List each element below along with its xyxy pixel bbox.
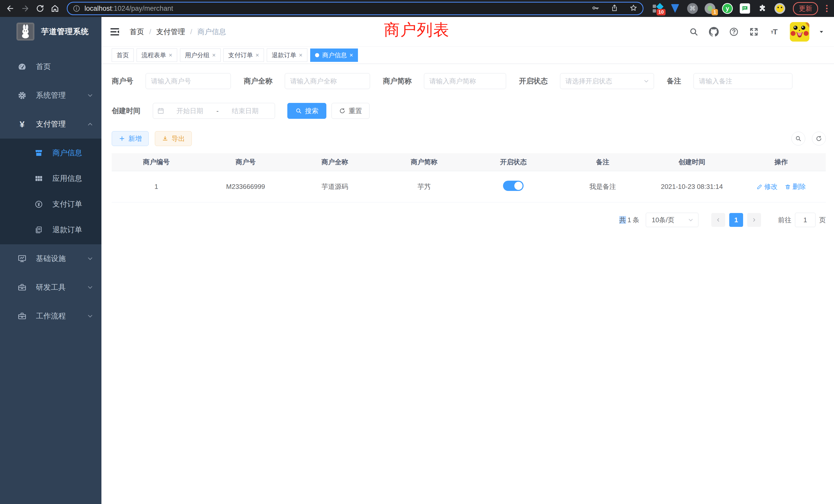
page-content: 商户号 商户全称 商户简称 开启状态 请选择开启状态 <box>102 64 834 227</box>
monitor-icon <box>17 254 27 264</box>
breadcrumb-home[interactable]: 首页 <box>130 27 144 37</box>
payment-submenu: 商户信息 应用信息 支付订单 <box>0 139 102 244</box>
start-date-placeholder[interactable]: 开始日期 <box>164 107 215 115</box>
browser-update-button[interactable]: 更新 <box>793 2 818 15</box>
tab-process-form[interactable]: 流程表单× <box>137 48 177 62</box>
sidebar-item-merchant-info[interactable]: 商户信息 <box>0 140 102 166</box>
goto-page-input[interactable] <box>795 213 815 227</box>
fullscreen-icon[interactable] <box>748 26 760 38</box>
chevron-up-icon <box>87 121 94 128</box>
ext-command-icon[interactable]: ⌘ <box>687 3 698 14</box>
home-icon[interactable] <box>49 3 61 14</box>
tab-pay-order[interactable]: 支付订单× <box>223 48 264 62</box>
prev-page-icon[interactable] <box>711 213 725 227</box>
cell-full-name: 芋道源码 <box>290 182 379 191</box>
reload-icon[interactable] <box>35 3 46 14</box>
ext-camera-icon[interactable]: 1 <box>704 3 716 14</box>
help-icon[interactable] <box>728 26 740 38</box>
tab-home[interactable]: 首页 <box>112 48 134 62</box>
sidebar-item-app-info[interactable]: 应用信息 <box>0 166 102 191</box>
page-number-1[interactable]: 1 <box>729 213 743 227</box>
sidebar-item-system[interactable]: 系统管理 <box>0 81 102 110</box>
sidebar-item-refund-order[interactable]: 退款订单 <box>0 217 102 243</box>
status-toggle[interactable] <box>503 181 524 191</box>
tab-close-icon[interactable]: × <box>256 52 259 58</box>
search-button[interactable]: 搜索 <box>287 103 326 119</box>
search-icon[interactable] <box>688 26 699 38</box>
ext-badge: 10 <box>657 9 665 16</box>
share-icon[interactable] <box>610 4 619 13</box>
tab-user-group[interactable]: 用户分组× <box>180 48 221 62</box>
pagination-total: 共1条 <box>619 215 640 225</box>
reset-button[interactable]: 重置 <box>331 103 370 119</box>
col-remark: 备注 <box>558 158 647 166</box>
pagination-goto: 前往 页 <box>778 213 826 227</box>
sidebar-item-infrastructure[interactable]: 基础设施 <box>0 244 102 273</box>
extensions-tray: 10 ⌘ 1 y <box>650 3 788 14</box>
export-button[interactable]: 导出 <box>155 131 192 146</box>
address-bar[interactable]: localhost:1024/pay/merchant <box>67 2 643 15</box>
edit-link[interactable]: 修改 <box>756 182 777 191</box>
top-navbar: 首页 / 支付管理 / 商户信息 <box>102 17 834 47</box>
site-info-icon[interactable] <box>73 5 80 12</box>
sidebar-item-payment[interactable]: ¥ 支付管理 <box>0 110 102 139</box>
merchant-no-input[interactable] <box>146 73 231 89</box>
select-caret-icon <box>643 78 650 85</box>
cell-short-name: 芋艿 <box>379 182 469 191</box>
table-row: 1 M233666999 芋道源码 芋艿 我是备注 2021-10-23 08:… <box>112 171 826 203</box>
cell-merchant-id: 1 <box>112 183 201 191</box>
remark-input[interactable] <box>694 73 792 89</box>
sidebar: 芋道管理系统 首页 系统管理 ¥ <box>0 17 102 504</box>
browser-menu-icon[interactable] <box>824 5 829 12</box>
short-name-input[interactable] <box>424 73 506 89</box>
ext-spinnaker-icon[interactable] <box>669 3 681 14</box>
table-header: 商户编号 商户号 商户全称 商户简称 开启状态 备注 创建时间 操作 <box>112 153 826 171</box>
add-button[interactable]: 新增 <box>112 131 149 146</box>
breadcrumb-payment[interactable]: 支付管理 <box>156 27 185 37</box>
tab-close-icon[interactable]: × <box>212 52 216 58</box>
short-name-label: 商户简称 <box>383 76 412 86</box>
tab-close-icon[interactable]: × <box>349 52 353 58</box>
bookmark-star-icon[interactable] <box>629 4 638 13</box>
back-icon[interactable] <box>5 3 16 14</box>
github-icon[interactable] <box>708 26 720 38</box>
next-page-icon[interactable] <box>747 213 761 227</box>
tab-close-icon[interactable]: × <box>299 52 303 58</box>
refund-doc-icon <box>35 226 43 234</box>
sidebar-item-dev-tools[interactable]: 研发工具 <box>0 273 102 302</box>
sidebar-item-pay-order[interactable]: 支付订单 <box>0 191 102 217</box>
chevron-down-icon <box>87 255 94 262</box>
cell-remark: 我是备注 <box>558 182 647 191</box>
briefcase-icon <box>17 311 27 321</box>
tab-close-icon[interactable]: × <box>169 52 172 58</box>
caret-down-icon[interactable] <box>818 28 825 35</box>
tab-merchant-info[interactable]: 商户信息× <box>310 48 358 62</box>
browser-profile-avatar[interactable] <box>774 3 786 14</box>
status-select[interactable]: 请选择开启状态 <box>560 73 654 89</box>
ext-chat-icon[interactable] <box>739 3 751 14</box>
forward-icon[interactable] <box>20 3 31 14</box>
calendar-icon <box>157 107 164 114</box>
sidebar-item-workflow[interactable]: 工作流程 <box>0 302 102 330</box>
create-time-label: 创建时间 <box>112 106 140 116</box>
page-size-select[interactable]: 10条/页 <box>646 213 698 227</box>
full-name-input[interactable] <box>285 73 370 89</box>
delete-link[interactable]: 删除 <box>785 182 806 191</box>
password-key-icon[interactable] <box>591 4 599 13</box>
end-date-placeholder[interactable]: 结束日期 <box>220 107 271 115</box>
ext-yudao-icon[interactable]: y <box>722 3 733 14</box>
col-merchant-id: 商户编号 <box>112 158 201 166</box>
app-logo[interactable]: 芋道管理系统 <box>0 17 102 46</box>
extensions-puzzle-icon[interactable] <box>756 3 768 14</box>
tab-refund-order[interactable]: 退款订单× <box>267 48 307 62</box>
col-status: 开启状态 <box>469 158 558 166</box>
refresh-icon[interactable] <box>812 132 826 145</box>
sidebar-collapse-icon[interactable] <box>109 26 121 38</box>
user-avatar[interactable] <box>790 22 809 42</box>
sidebar-item-home[interactable]: 首页 <box>0 52 102 81</box>
font-size-icon[interactable]: тT <box>768 26 780 38</box>
ext-monkey-icon[interactable]: 10 <box>652 3 663 14</box>
yen-icon: ¥ <box>17 119 27 129</box>
show-search-toggle-icon[interactable] <box>791 132 805 145</box>
create-time-range-picker[interactable]: 开始日期 - 结束日期 <box>153 103 275 119</box>
